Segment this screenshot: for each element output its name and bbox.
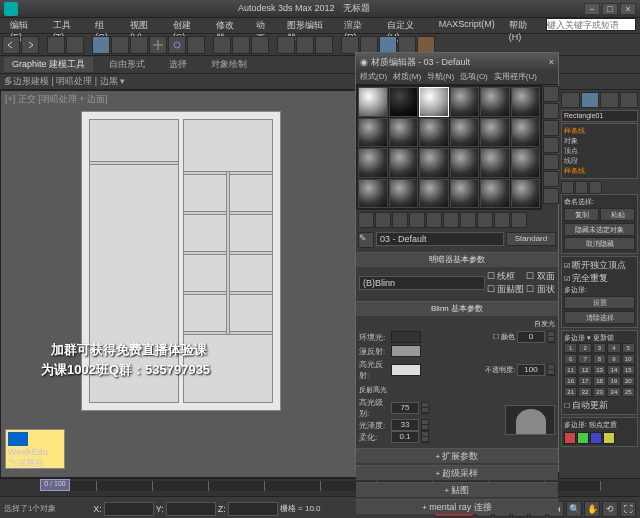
background-button[interactable] [543, 120, 559, 136]
link-button[interactable] [47, 36, 65, 54]
menu-help[interactable]: 帮助(H) [503, 18, 544, 33]
go-parent-button[interactable] [494, 212, 510, 228]
move-button[interactable] [149, 36, 167, 54]
go-sibling-button[interactable] [511, 212, 527, 228]
rotate-button[interactable] [168, 36, 186, 54]
undo-button[interactable] [2, 36, 20, 54]
mat-slot[interactable] [358, 87, 388, 117]
mat-slot[interactable] [419, 118, 449, 148]
maximize-button[interactable]: □ [602, 3, 618, 15]
reset-button[interactable] [409, 212, 425, 228]
mat-menu-opt[interactable]: 选项(O) [460, 71, 488, 84]
sample-type-button[interactable] [543, 86, 559, 102]
menu-edit[interactable]: 编辑(E) [4, 18, 45, 33]
material-name-field[interactable]: 03 - Default [376, 232, 504, 246]
mat-slot[interactable] [480, 148, 510, 178]
mat-slot[interactable] [389, 148, 419, 178]
hierarchy-tab[interactable] [600, 92, 619, 108]
mat-slot[interactable] [480, 179, 510, 209]
menu-graph[interactable]: 图形编辑器 [281, 18, 336, 33]
mat-slot[interactable] [419, 179, 449, 209]
modify-tab[interactable] [581, 92, 600, 108]
get-material-button[interactable] [358, 212, 374, 228]
soften-field[interactable]: 0.1 [391, 431, 419, 443]
make-copy-button[interactable] [426, 212, 442, 228]
color-swatch-4[interactable] [603, 432, 615, 444]
orbit-button[interactable]: ⟲ [602, 501, 618, 517]
mirror-button[interactable] [277, 36, 295, 54]
curve-editor-button[interactable] [341, 36, 359, 54]
segment-mode[interactable] [575, 181, 588, 194]
redo-button[interactable] [21, 36, 39, 54]
mat-slot[interactable] [358, 148, 388, 178]
pick-button[interactable]: ✎ [358, 232, 374, 248]
spinner[interactable] [547, 364, 555, 376]
selfillum-field[interactable]: 0 [517, 331, 545, 343]
spline-mode[interactable] [589, 181, 602, 194]
ribbon-tab-freeform[interactable]: 自由形式 [101, 57, 153, 72]
assign-button[interactable] [392, 212, 408, 228]
spinner[interactable] [547, 331, 555, 343]
scale-button[interactable] [187, 36, 205, 54]
material-editor-button[interactable] [379, 36, 397, 54]
mat-slot[interactable] [450, 87, 480, 117]
percent-snap-button[interactable] [251, 36, 269, 54]
gloss-field[interactable]: 33 [391, 419, 419, 431]
close-button[interactable]: × [620, 3, 636, 15]
hide-unsel-button[interactable]: 隐藏未选定对象 [564, 223, 635, 236]
mat-slot-selected[interactable] [419, 87, 449, 117]
rollout-maps[interactable]: + 贴图 [356, 483, 558, 497]
angle-snap-button[interactable] [232, 36, 250, 54]
color-swatch-1[interactable] [564, 432, 576, 444]
preview-button[interactable] [543, 171, 559, 187]
mat-slot[interactable] [511, 118, 541, 148]
z-coord-field[interactable] [228, 502, 278, 516]
clear-button[interactable]: 清除选择 [564, 311, 635, 324]
pan-button[interactable]: ✋ [584, 501, 600, 517]
paste-button[interactable]: 粘贴 [600, 208, 635, 221]
render-setup-button[interactable] [398, 36, 416, 54]
video-check-button[interactable] [543, 154, 559, 170]
mat-slot[interactable] [419, 148, 449, 178]
spinner[interactable] [421, 431, 429, 443]
rollout-supersample[interactable]: + 超级采样 [356, 466, 558, 480]
shader-dropdown[interactable]: (B)Blinn [359, 276, 485, 290]
uv-tile-button[interactable] [543, 137, 559, 153]
search-input[interactable] [546, 18, 636, 31]
color-swatch-3[interactable] [590, 432, 602, 444]
mat-slot[interactable] [358, 179, 388, 209]
menu-create[interactable]: 创建(C) [167, 18, 208, 33]
mat-slot[interactable] [511, 87, 541, 117]
material-type-button[interactable]: Standard [506, 232, 556, 246]
mat-slot[interactable] [389, 179, 419, 209]
menu-script[interactable]: MAXScript(M) [433, 18, 501, 33]
motion-tab[interactable] [620, 92, 639, 108]
mat-menu-mode[interactable]: 模式(D) [360, 71, 387, 84]
maximize-vp-button[interactable]: ⛶ [620, 501, 636, 517]
diffuse-swatch[interactable] [391, 345, 421, 357]
align-button[interactable] [296, 36, 314, 54]
ribbon-tab-select[interactable]: 选择 [161, 57, 195, 72]
rollout-blinn[interactable]: Blinn 基本参数 [356, 302, 558, 316]
rollout-mentalray[interactable]: + mental ray 连接 [356, 500, 558, 514]
menu-anim[interactable]: 动画 [250, 18, 279, 33]
unhide-button[interactable]: 取消隐藏 [564, 237, 635, 250]
menu-modifier[interactable]: 修改器 [210, 18, 248, 33]
menu-render[interactable]: 渲染(R) [338, 18, 379, 33]
mat-close-button[interactable]: × [549, 57, 554, 67]
ribbon-tab-graphite[interactable]: Graphite 建模工具 [4, 57, 93, 72]
options-button[interactable] [543, 188, 559, 204]
opacity-field[interactable]: 100 [517, 364, 545, 376]
rollout-shader[interactable]: 明暗器基本参数 [356, 253, 558, 267]
minimize-button[interactable]: − [584, 3, 600, 15]
mat-slot[interactable] [511, 179, 541, 209]
layer-button[interactable] [315, 36, 333, 54]
mat-slot[interactable] [511, 148, 541, 178]
object-name-field[interactable]: Rectangle01 [561, 110, 638, 122]
menu-tools[interactable]: 工具(T) [47, 18, 87, 33]
zoom-button[interactable]: 🔍 [566, 501, 582, 517]
select-name-button[interactable] [111, 36, 129, 54]
color-swatch-2[interactable] [577, 432, 589, 444]
copy-button[interactable]: 复制 [564, 208, 599, 221]
make-unique-button[interactable] [443, 212, 459, 228]
